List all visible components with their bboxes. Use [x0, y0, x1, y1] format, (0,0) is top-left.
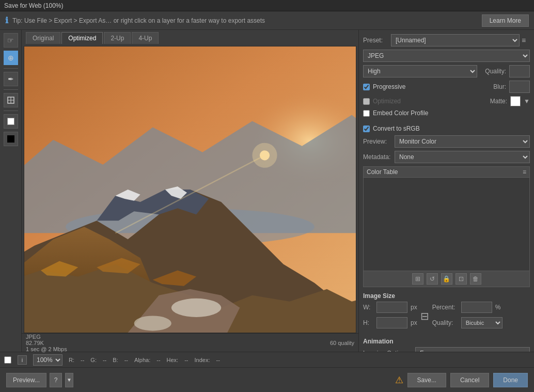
matte-dropdown-icon[interactable]: ▼ [524, 98, 530, 105]
percent-input[interactable]: 100 [461, 302, 492, 313]
tip-text: Tip: Use File > Export > Export As… or r… [12, 17, 478, 24]
height-unit: px [411, 319, 417, 326]
looping-select[interactable]: Forever [415, 347, 530, 352]
b-label: B: [113, 357, 118, 363]
bottom-right: ⚠ Save... Cancel Done [395, 373, 528, 387]
g-value: -- [103, 357, 106, 363]
ct-refresh-btn[interactable]: ↺ [427, 273, 438, 285]
preset-label: Preset: [363, 37, 389, 44]
toggle-tool[interactable] [4, 114, 18, 129]
svg-point-17 [171, 299, 221, 317]
embed-color-row: Embed Color Profile [363, 109, 530, 117]
preset-select[interactable]: [Unnamed] [391, 34, 520, 46]
done-button[interactable]: Done [493, 373, 528, 387]
canvas-container [24, 46, 356, 333]
quality-preset-row: High Quality: 60 [363, 65, 530, 77]
blur-input[interactable]: 0 [509, 81, 530, 93]
embed-color-label: Embed Color Profile [373, 109, 428, 117]
animation-title: Animation [363, 338, 530, 345]
bg-color-tool[interactable] [4, 132, 18, 146]
image-size-title: Image Size [363, 292, 530, 300]
metadata-label: Metadata: [363, 153, 391, 161]
save-button[interactable]: Save... [407, 373, 446, 387]
tab-2up[interactable]: 2-Up [104, 32, 131, 44]
ct-delete-btn[interactable]: 🗑 [470, 273, 481, 285]
progressive-label: Progressive [373, 83, 405, 90]
optimized-label: Optimized [373, 98, 401, 105]
metadata-row: Metadata: None [363, 151, 530, 163]
tool-divider-2 [4, 89, 18, 90]
convert-srgb-checkbox[interactable] [363, 126, 370, 132]
convert-srgb-label: Convert to sRGB [373, 125, 420, 132]
optimized-checkbox[interactable] [363, 98, 370, 105]
percent-unit: % [495, 304, 501, 311]
width-label: W: [363, 304, 373, 311]
matte-color-swatch[interactable] [510, 96, 521, 106]
title-bar: Save for Web (100%) [0, 0, 534, 11]
quality-preset-select[interactable]: High [363, 65, 477, 77]
embed-color-checkbox[interactable] [363, 110, 370, 117]
height-input[interactable]: 423 [376, 317, 407, 328]
width-input[interactable]: 860 [376, 302, 407, 313]
svg-point-18 [134, 316, 171, 331]
quality-label: Quality: [480, 68, 506, 75]
quality-size-select[interactable]: Bicubic [461, 317, 502, 328]
tab-optimized[interactable]: Optimized [61, 32, 103, 44]
width-unit: px [411, 304, 417, 311]
height-row: H: 423 px [363, 317, 417, 328]
bottom-left: Preview... ? ▼ [6, 373, 73, 387]
ct-add-btn[interactable]: ⊡ [456, 273, 467, 285]
metadata-select[interactable]: None [395, 151, 530, 163]
cancel-button[interactable]: Cancel [450, 373, 489, 387]
zoom-tool[interactable]: ⊕ [4, 51, 18, 65]
tab-original[interactable]: Original [26, 32, 60, 44]
progressive-checkbox[interactable] [363, 84, 370, 90]
convert-srgb-row: Convert to sRGB [363, 125, 530, 132]
alpha-value: -- [156, 357, 160, 363]
info-icon: ℹ [5, 15, 8, 25]
ct-grid-btn[interactable]: ⊞ [412, 273, 423, 285]
format-select[interactable]: JPEG [363, 50, 530, 62]
eyedropper-tool[interactable]: ✒ [4, 72, 18, 86]
looping-label: Looping Options: [363, 350, 412, 352]
hex-value: -- [184, 357, 188, 363]
left-toolbar: ☞ ⊕ ✒ [0, 30, 22, 352]
image-info-bar: JPEG 82.79K 1 sec @ 2 Mbps 60 quality [22, 333, 358, 352]
r-value: -- [81, 357, 84, 363]
tool-divider-3 [4, 111, 18, 111]
b-value: -- [124, 357, 128, 363]
color-table-body [364, 178, 529, 271]
quality-input[interactable]: 60 [509, 65, 530, 77]
image-size-section: Image Size W: 860 px H: 423 px ⊟ [363, 290, 530, 333]
g-label: G: [90, 357, 97, 363]
tab-4up[interactable]: 4-Up [132, 32, 159, 44]
preview-select[interactable]: Monitor Color [395, 135, 530, 148]
canvas-image [24, 46, 356, 333]
zoom-select[interactable]: 100% [33, 354, 62, 366]
learn-more-button[interactable]: Learn More [482, 14, 529, 27]
preview-row: Preview: Monitor Color [363, 135, 530, 148]
color-table-menu-icon[interactable]: ≡ [523, 168, 526, 176]
link-icon[interactable]: ⊟ [420, 310, 429, 322]
image-area: Original Optimized 2-Up 4-Up [22, 30, 358, 352]
index-label: Index: [195, 357, 210, 363]
preview-button[interactable]: Preview... [6, 373, 46, 387]
view-tabs: Original Optimized 2-Up 4-Up [22, 30, 358, 44]
hand-tool[interactable]: ☞ [4, 33, 18, 48]
preview-icon: i [18, 355, 27, 365]
height-label: H: [363, 319, 373, 326]
help-button[interactable]: ? [50, 373, 62, 387]
slice-tool[interactable] [4, 93, 18, 107]
preset-menu-icon[interactable]: ≡ [522, 36, 530, 44]
percent-label: Percent: [432, 304, 458, 311]
preview-dropdown-button[interactable]: ▼ [65, 373, 73, 387]
color-table-section: Color Table ≡ ⊞ ↺ 🔒 ⊡ 🗑 [363, 166, 530, 287]
preview-checkbox[interactable] [4, 356, 11, 364]
percent-row: Percent: 100 % [432, 302, 502, 313]
tip-bar: ℹ Tip: Use File > Export > Export As… or… [0, 11, 534, 30]
warning-icon: ⚠ [395, 374, 403, 386]
ct-lock-btn[interactable]: 🔒 [441, 273, 452, 285]
r-label: R: [69, 357, 74, 363]
blur-label: Blur: [491, 83, 506, 90]
status-bar: i 100% R: -- G: -- B: -- Alpha: -- Hex: … [0, 352, 534, 367]
